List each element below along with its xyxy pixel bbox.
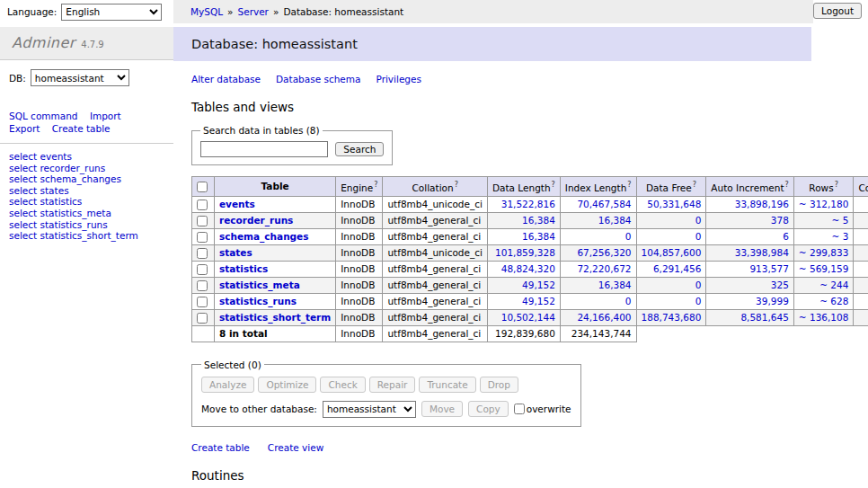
row-checkbox[interactable] [197, 264, 208, 275]
data-free-link[interactable]: 6,291,456 [653, 263, 701, 274]
rows-count-link[interactable]: ~ 312,180 [799, 199, 849, 209]
sidebar-item-select-statistics-runs[interactable]: select statistics_runs [9, 219, 164, 231]
rows-count-link[interactable]: ~ 628 [819, 296, 848, 306]
sidebar-item-select-states[interactable]: select states [9, 185, 164, 197]
data-length-link[interactable]: 101,859,328 [495, 247, 555, 258]
table-name-link[interactable]: recorder_runs [219, 215, 293, 226]
data-length-link[interactable]: 31,522,816 [501, 199, 555, 209]
rows-count-link[interactable]: ~ 3 [832, 231, 849, 242]
sidebar-link-sql-command[interactable]: SQL command [9, 111, 78, 121]
logout-button[interactable]: Logout [813, 3, 862, 19]
help-icon[interactable]: ? [835, 181, 838, 189]
optimize-button[interactable]: Optimize [258, 377, 316, 393]
table-name-link[interactable]: events [219, 199, 255, 209]
truncate-button[interactable]: Truncate [419, 377, 475, 393]
help-icon[interactable]: ? [455, 181, 458, 189]
table-name-link[interactable]: statistics_short_term [219, 312, 331, 323]
sidebar-item-select-events[interactable]: select events [9, 151, 164, 163]
table-name-link[interactable]: schema_changes [219, 231, 309, 242]
sidebar-item-select-statistics[interactable]: select statistics [9, 196, 164, 208]
rows-count-link[interactable]: ~ 136,108 [799, 312, 849, 323]
auto-increment-link[interactable]: 8,581,645 [740, 312, 788, 323]
index-length-link[interactable]: 70,467,584 [577, 199, 631, 209]
sidebar-link-import[interactable]: Import [90, 111, 121, 121]
data-length-link[interactable]: 16,384 [522, 231, 555, 242]
row-checkbox[interactable] [197, 297, 208, 307]
data-free-link[interactable]: 0 [695, 231, 702, 242]
alter-database-link[interactable]: Alter database [191, 74, 261, 84]
data-length-link[interactable]: 48,824,320 [501, 263, 555, 274]
search-button[interactable]: Search [335, 142, 384, 156]
rows-count-link[interactable]: ~ 299,833 [799, 247, 849, 258]
auto-increment-link[interactable]: 39,999 [756, 296, 789, 306]
help-icon[interactable]: ? [693, 181, 696, 189]
create-view-link[interactable]: Create view [268, 442, 323, 453]
data-length-link[interactable]: 49,152 [522, 279, 555, 290]
table-name-link[interactable]: statistics [219, 263, 268, 274]
data-free-link[interactable]: 0 [695, 279, 702, 290]
data-length-link[interactable]: 49,152 [522, 296, 555, 306]
overwrite-checkbox[interactable] [514, 404, 525, 414]
auto-increment-link[interactable]: 325 [771, 279, 789, 290]
breadcrumb-link-mysql[interactable]: MySQL [190, 6, 223, 17]
data-length-link[interactable]: 10,502,144 [501, 312, 555, 323]
data-free-link[interactable]: 50,331,648 [647, 199, 701, 209]
sidebar-item-select-schema-changes[interactable]: select schema_changes [9, 173, 164, 185]
breadcrumb-link-server[interactable]: Server [238, 6, 269, 17]
auto-increment-link[interactable]: 33,898,196 [735, 199, 789, 209]
privileges-link[interactable]: Privileges [376, 74, 421, 84]
sidebar-item-select-statistics-short-term[interactable]: select statistics_short_term [9, 230, 164, 242]
index-length-link[interactable]: 72,220,672 [577, 263, 631, 274]
analyze-button[interactable]: Analyze [201, 377, 254, 393]
data-free-link[interactable]: 188,743,680 [642, 312, 702, 323]
data-free-link[interactable]: 0 [695, 215, 702, 226]
move-database-select[interactable]: homeassistant [323, 401, 416, 418]
row-checkbox[interactable] [197, 248, 208, 259]
check-button[interactable]: Check [320, 377, 365, 393]
data-length-link[interactable]: 16,384 [522, 215, 555, 226]
row-checkbox[interactable] [197, 232, 208, 243]
row-select-cell [192, 293, 215, 309]
select-all-checkbox[interactable] [197, 182, 208, 192]
row-checkbox[interactable] [197, 216, 208, 226]
sidebar-link-create-table[interactable]: Create table [52, 123, 111, 134]
index-length-link[interactable]: 16,384 [598, 279, 632, 290]
auto-increment-link[interactable]: 6 [783, 231, 789, 242]
sidebar-item-select-statistics-meta[interactable]: select statistics_meta [9, 208, 164, 219]
language-select[interactable]: English [61, 4, 162, 21]
index-length-link[interactable]: 0 [625, 296, 632, 306]
auto-increment-link[interactable]: 33,398,984 [735, 247, 789, 258]
index-length-link[interactable]: 24,166,400 [577, 312, 631, 323]
sidebar-link-export[interactable]: Export [9, 123, 40, 134]
help-icon[interactable]: ? [627, 181, 631, 189]
drop-button[interactable]: Drop [480, 377, 518, 393]
search-input[interactable] [200, 141, 328, 157]
rows-count-link[interactable]: ~ 5 [832, 215, 849, 226]
index-length-link[interactable]: 67,256,320 [577, 247, 631, 258]
rows-count-link[interactable]: ~ 569,159 [799, 263, 849, 274]
help-icon[interactable]: ? [374, 181, 377, 189]
create-table-link[interactable]: Create table [191, 442, 250, 453]
move-button[interactable]: Move [421, 401, 463, 417]
row-checkbox[interactable] [197, 280, 208, 291]
data-free-link[interactable]: 104,857,600 [642, 247, 702, 258]
copy-button[interactable]: Copy [468, 401, 509, 417]
auto-increment-link[interactable]: 378 [771, 215, 789, 226]
row-checkbox[interactable] [197, 200, 208, 210]
sidebar-item-select-recorder-runs[interactable]: select recorder_runs [9, 163, 164, 174]
index-length-link[interactable]: 16,384 [598, 215, 632, 226]
db-select[interactable]: homeassistant [31, 69, 129, 86]
table-name-cell: statistics_runs [215, 293, 336, 309]
table-name-link[interactable]: states [219, 247, 252, 258]
rows-count-link[interactable]: ~ 244 [819, 279, 848, 290]
help-icon[interactable]: ? [552, 181, 555, 189]
table-name-link[interactable]: statistics_runs [219, 296, 297, 306]
database-schema-link[interactable]: Database schema [276, 74, 360, 84]
index-length-link[interactable]: 0 [625, 231, 632, 242]
table-name-link[interactable]: statistics_meta [219, 279, 300, 290]
help-icon[interactable]: ? [785, 181, 789, 189]
row-checkbox[interactable] [197, 313, 208, 324]
auto-increment-link[interactable]: 913,577 [749, 263, 788, 274]
repair-button[interactable]: Repair [369, 377, 416, 393]
data-free-link[interactable]: 0 [695, 296, 702, 306]
